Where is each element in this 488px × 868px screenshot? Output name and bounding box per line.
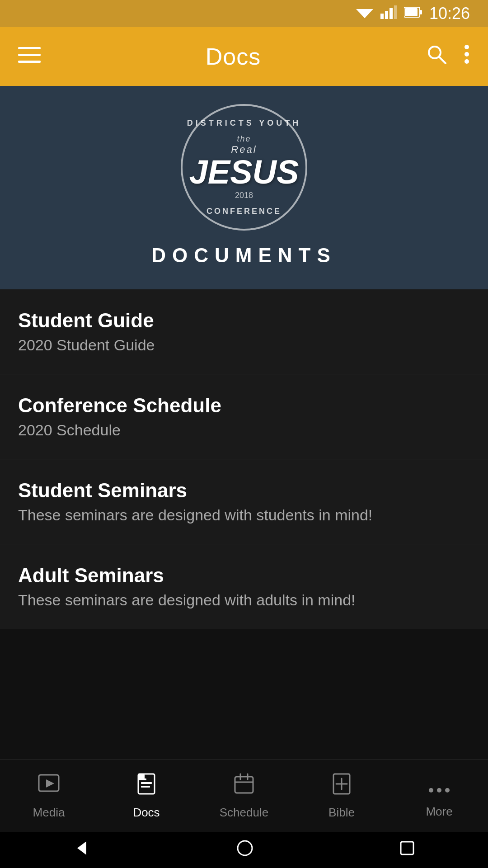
schedule-nav-icon <box>232 772 256 801</box>
logo-circle: DISTRICTS YOUTH the Real JESUS 2018 CONF… <box>181 104 307 231</box>
signal-icon <box>380 5 397 22</box>
more-nav-label: More <box>426 805 452 819</box>
svg-rect-12 <box>18 61 41 63</box>
nav-item-bible[interactable]: Bible <box>293 765 390 827</box>
svg-rect-25 <box>235 777 253 793</box>
logo-the: the <box>189 134 299 144</box>
svg-rect-22 <box>141 782 152 784</box>
status-time: 10:26 <box>429 4 470 23</box>
svg-rect-9 <box>405 8 418 16</box>
logo-arc-bottom: CONFERENCE <box>206 207 282 216</box>
svg-rect-24 <box>138 774 145 780</box>
svg-rect-11 <box>18 54 41 56</box>
doc-title: Conference Schedule <box>18 394 470 417</box>
doc-title: Adult Seminars <box>18 564 470 587</box>
doc-title: Student Seminars <box>18 479 470 502</box>
logo-year: 2018 <box>189 191 299 200</box>
menu-icon[interactable] <box>18 47 41 66</box>
svg-marker-2 <box>363 16 366 18</box>
nav-item-docs[interactable]: Docs <box>98 765 195 827</box>
doc-subtitle: These seminars are designed with adults … <box>18 591 470 609</box>
svg-line-14 <box>439 57 446 63</box>
doc-subtitle: 2020 Schedule <box>18 421 470 439</box>
status-bar: 10:26 <box>0 0 488 27</box>
nav-item-more[interactable]: More <box>390 766 488 826</box>
doc-item-2[interactable]: Student Seminars These seminars are desi… <box>0 459 488 544</box>
svg-rect-3 <box>380 14 384 19</box>
recents-button[interactable] <box>399 840 415 860</box>
svg-point-32 <box>429 788 433 793</box>
svg-point-33 <box>437 788 441 793</box>
svg-rect-5 <box>389 8 393 19</box>
media-nav-label: Media <box>33 806 65 820</box>
android-nav-bar <box>0 832 488 868</box>
search-icon[interactable] <box>426 43 447 70</box>
svg-point-16 <box>465 52 469 57</box>
document-list: Student Guide 2020 Student Guide Confere… <box>0 289 488 629</box>
hero-section: DISTRICTS YOUTH the Real JESUS 2018 CONF… <box>0 86 488 289</box>
schedule-nav-label: Schedule <box>220 806 268 820</box>
doc-item-0[interactable]: Student Guide 2020 Student Guide <box>0 289 488 374</box>
svg-point-15 <box>465 45 469 49</box>
nav-item-schedule[interactable]: Schedule <box>195 765 293 827</box>
battery-icon <box>404 6 422 21</box>
media-nav-icon <box>37 772 61 801</box>
logo-main-text: JESUS <box>189 156 299 189</box>
back-button[interactable] <box>73 839 91 861</box>
more-nav-icon <box>427 773 451 800</box>
bible-nav-label: Bible <box>328 806 355 820</box>
nav-item-media[interactable]: Media <box>0 765 98 827</box>
wifi-icon <box>356 5 373 22</box>
doc-title: Student Guide <box>18 309 470 332</box>
svg-marker-35 <box>77 841 86 855</box>
logo-inner: the Real JESUS 2018 <box>189 134 299 200</box>
more-options-icon[interactable] <box>464 43 470 70</box>
docs-nav-icon <box>135 772 158 801</box>
svg-rect-4 <box>385 11 388 19</box>
docs-nav-label: Docs <box>133 806 160 820</box>
doc-subtitle: 2020 Student Guide <box>18 336 470 354</box>
doc-item-3[interactable]: Adult Seminars These seminars are design… <box>0 544 488 629</box>
app-bar-right <box>426 43 470 70</box>
svg-point-17 <box>465 59 469 64</box>
svg-rect-8 <box>420 10 422 14</box>
svg-rect-23 <box>141 786 150 788</box>
app-bar: Docs <box>0 27 488 86</box>
svg-marker-19 <box>46 779 54 788</box>
status-icons: 10:26 <box>356 4 470 23</box>
svg-point-36 <box>238 841 252 855</box>
hero-subtitle: DOCUMENTS <box>151 244 337 267</box>
bible-nav-icon <box>330 772 353 801</box>
doc-subtitle: These seminars are designed with student… <box>18 506 470 524</box>
doc-item-1[interactable]: Conference Schedule 2020 Schedule <box>0 374 488 459</box>
svg-rect-10 <box>18 47 41 49</box>
svg-rect-6 <box>394 5 397 19</box>
page-title: Docs <box>41 43 426 70</box>
home-button[interactable] <box>236 839 254 861</box>
bottom-nav: Media Docs Schedule Bible More <box>0 760 488 832</box>
logo-arc-top: DISTRICTS YOUTH <box>187 118 301 128</box>
svg-rect-37 <box>401 842 413 854</box>
svg-point-34 <box>445 788 450 793</box>
